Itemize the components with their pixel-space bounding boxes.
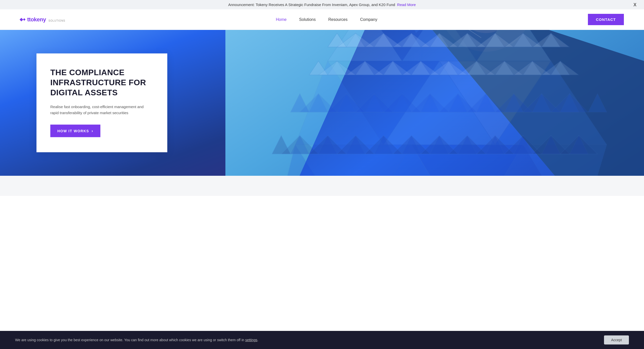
cta-label: HOW IT WORKS (57, 129, 89, 133)
nav-item-solutions[interactable]: Solutions (299, 17, 316, 22)
building-svg (225, 30, 644, 176)
logo-text: ttokeny (27, 16, 46, 23)
cta-arrow: › (92, 129, 93, 133)
nav-link-solutions[interactable]: Solutions (299, 17, 316, 22)
hero-building (225, 30, 644, 176)
nav-item-resources[interactable]: Resources (328, 17, 347, 22)
nav-link-resources[interactable]: Resources (328, 17, 347, 22)
logo-solutions: SOLUTIONS (49, 19, 65, 23)
hero-card: THE COMPLIANCE INFRASTRUCTURE FOR DIGITA… (36, 54, 167, 152)
nav-link-company[interactable]: Company (360, 17, 377, 22)
read-more-link[interactable]: Read More (397, 3, 416, 7)
nav-item-company[interactable]: Company (360, 17, 377, 22)
announcement-text: Announcement: Tokeny Receives A Strategi… (228, 3, 395, 7)
contact-button[interactable]: CONTACT (588, 14, 624, 25)
logo-diamond-2 (23, 18, 26, 21)
logo: ttokeny SOLUTIONS (20, 16, 65, 23)
announcement-bar: Announcement: Tokeny Receives A Strategi… (0, 0, 644, 9)
nav-links: Home Solutions Resources Company (276, 17, 377, 22)
hero-subtitle: Realise fast onboarding, cost-efficient … (50, 104, 152, 116)
below-hero (0, 176, 644, 196)
hero-section: THE COMPLIANCE INFRASTRUCTURE FOR DIGITA… (0, 30, 644, 176)
nav-item-home[interactable]: Home (276, 17, 287, 22)
how-it-works-button[interactable]: HOW IT WORKS › (50, 125, 100, 137)
close-announcement-button[interactable]: X (633, 2, 636, 7)
main-nav: ttokeny SOLUTIONS Home Solutions Resourc… (0, 9, 644, 30)
logo-diamond-1 (20, 18, 23, 21)
logo-icon (20, 18, 25, 21)
nav-link-home[interactable]: Home (276, 17, 287, 22)
hero-title: THE COMPLIANCE INFRASTRUCTURE FOR DIGITA… (50, 67, 152, 98)
